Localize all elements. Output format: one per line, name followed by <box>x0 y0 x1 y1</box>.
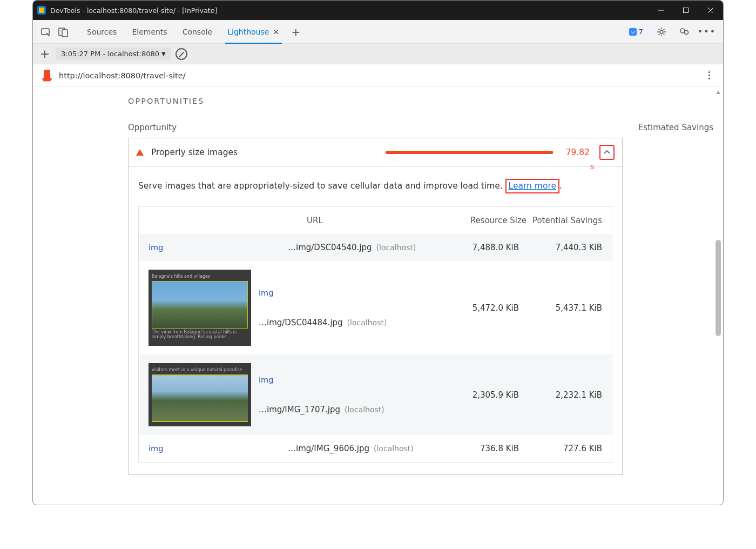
report-url: http://localhost:8080/travel-site/ <box>59 71 186 80</box>
audit-table: URL Resource Size Potential Savings img … <box>138 206 612 463</box>
savings-unit: s <box>590 162 594 171</box>
report-content: OPPORTUNITIES Opportunity Estimated Savi… <box>33 87 723 505</box>
tab-lighthouse[interactable]: Lighthouse× <box>220 20 287 44</box>
table-header: URL Resource Size Potential Savings <box>139 207 612 234</box>
table-row: img …img/DSC04540.jpg(localhost) 7,488.0… <box>139 234 612 261</box>
table-row: Balagne's hills and villages The view fr… <box>139 261 612 354</box>
app-icon <box>37 6 46 15</box>
issues-badge[interactable]: 7 <box>625 26 647 37</box>
audit-description: Serve images that are appropriately-size… <box>138 179 612 193</box>
inspect-icon[interactable] <box>37 23 55 41</box>
svg-rect-6 <box>62 30 68 37</box>
svg-rect-4 <box>42 29 49 35</box>
element-tag[interactable]: img <box>259 289 280 297</box>
image-thumbnail: visitors meet in a unique natural paradi… <box>148 363 251 426</box>
tab-elements[interactable]: Elements <box>124 20 174 44</box>
lighthouse-icon <box>42 70 52 82</box>
window-title: DevTools - localhost:8080/travel-site/ -… <box>50 6 217 15</box>
savings-value: 79.82 <box>561 148 590 157</box>
report-urlbar: http://localhost:8080/travel-site/ <box>33 64 723 87</box>
devtools-tabstrip: Sources Elements Console Lighthouse× + 7… <box>33 20 723 44</box>
maximize-button[interactable] <box>673 1 698 20</box>
lighthouse-toolbar: + 3:05:27 PM - localhost:8080▼ <box>33 44 723 64</box>
element-tag[interactable]: img <box>148 243 170 252</box>
audit-body: Serve images that are appropriately-size… <box>129 166 622 474</box>
audit-header[interactable]: Properly size images 79.82 s <box>129 138 622 166</box>
image-thumbnail: Balagne's hills and villages The view fr… <box>148 270 251 346</box>
minimize-button[interactable] <box>649 1 673 20</box>
collapse-button[interactable] <box>599 145 615 160</box>
scrollbar-thumb[interactable] <box>716 240 721 336</box>
report-menu-button[interactable] <box>704 67 714 84</box>
scrollbar[interactable]: ▲ <box>714 88 722 504</box>
tab-console[interactable]: Console <box>175 20 220 44</box>
savings-bar <box>386 151 553 154</box>
close-tab-icon[interactable]: × <box>272 26 279 37</box>
devtools-window: DevTools - localhost:8080/travel-site/ -… <box>32 0 724 505</box>
scroll-up-icon[interactable]: ▲ <box>714 88 722 96</box>
titlebar: DevTools - localhost:8080/travel-site/ -… <box>33 1 723 20</box>
svg-rect-1 <box>684 8 688 13</box>
element-tag[interactable]: img <box>259 376 280 384</box>
device-toggle-icon[interactable] <box>55 23 72 41</box>
svg-point-9 <box>685 30 688 34</box>
clear-button[interactable] <box>176 48 187 60</box>
new-tab-button[interactable]: + <box>287 20 305 44</box>
learn-more-link[interactable]: Learn more <box>509 181 556 191</box>
section-title: OPPORTUNITIES <box>128 87 723 110</box>
settings-icon[interactable] <box>653 23 670 41</box>
audit-item: Properly size images 79.82 s Serve image… <box>128 138 623 475</box>
fail-triangle-icon <box>136 149 144 156</box>
svg-point-7 <box>660 30 663 34</box>
more-icon[interactable]: ••• <box>698 23 716 41</box>
audit-name: Properly size images <box>151 148 238 157</box>
new-report-button[interactable]: + <box>38 47 51 61</box>
report-selector[interactable]: 3:05:27 PM - localhost:8080▼ <box>56 48 171 60</box>
feedback-icon[interactable] <box>676 23 693 41</box>
close-button[interactable] <box>698 1 723 20</box>
table-row: visitors meet in a unique natural paradi… <box>139 354 612 435</box>
element-tag[interactable]: img <box>148 444 170 453</box>
tab-sources[interactable]: Sources <box>79 20 124 44</box>
column-headers: Opportunity Estimated Savings <box>128 110 723 138</box>
issues-icon <box>629 28 637 36</box>
table-row: img …img/IMG_9606.jpg(localhost) 736.8 K… <box>139 435 612 462</box>
